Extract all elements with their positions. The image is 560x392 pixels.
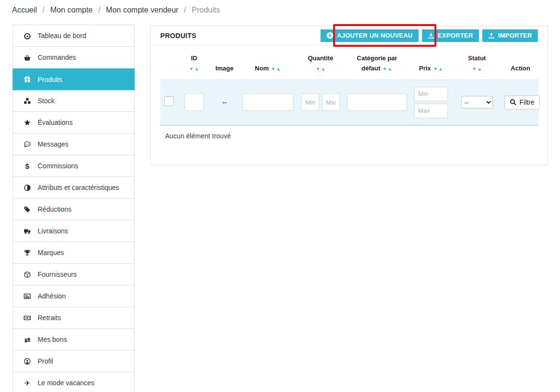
upload-icon (488, 32, 495, 39)
download-icon (428, 32, 434, 39)
sort-asc-icon: ▲ (438, 67, 443, 71)
sidebar-item-messages[interactable]: Messages (13, 134, 134, 155)
sidebar-item-label: Livraisons (38, 227, 68, 235)
sidebar-item-mode-vacances[interactable]: ✈ Le mode vacances (13, 372, 134, 392)
sidebar-item-marques[interactable]: Marques (13, 242, 134, 264)
column-header-quantite: Quantité▼▲ (297, 54, 344, 80)
money-icon (23, 314, 31, 322)
truck-icon (23, 228, 31, 235)
box-icon (23, 271, 31, 278)
sidebar-item-commissions[interactable]: $ Commissions (13, 155, 134, 177)
filter-qty-min-input[interactable] (301, 94, 319, 111)
sidebar-item-label: Évaluations (38, 119, 72, 126)
column-header-checkbox (160, 54, 178, 80)
filter-id-input[interactable] (184, 94, 204, 111)
sidebar-item-produits[interactable]: Produits (13, 68, 135, 90)
sidebar-item-attributs[interactable]: Attributs et caractéristiques (13, 177, 134, 199)
column-header-nom: Nom ▼▲ (238, 54, 297, 80)
sort-icons[interactable]: ▼▲ (270, 65, 281, 72)
column-header-image: Image (210, 54, 238, 80)
breadcrumb-accueil[interactable]: Accueil (12, 6, 37, 14)
sidebar-item-label: Messages (38, 140, 69, 148)
sort-icons[interactable]: ▼▲ (433, 65, 443, 72)
tag-icon (23, 206, 31, 213)
sort-desc-icon: ▼ (189, 67, 194, 71)
filter-qty-max-input[interactable] (322, 94, 340, 111)
sidebar-item-adhesion[interactable]: Adhésion (13, 285, 134, 307)
column-header-statut: Statut▼▲ (452, 54, 502, 80)
import-button-label: IMPORTER (498, 32, 532, 39)
sort-desc-icon: ▼ (316, 67, 320, 71)
membership-card-icon (23, 293, 31, 300)
exchange-icon: ⇄ (23, 336, 31, 343)
sidebar-item-label: Tableau de bord (38, 32, 86, 40)
sidebar-item-livraisons[interactable]: Livraisons (13, 220, 134, 242)
sidebar-item-fournisseurs[interactable]: Fournisseurs (13, 264, 134, 285)
sidebar-item-reductions[interactable]: Réductions (13, 199, 134, 220)
filter-categorie-input[interactable] (347, 94, 407, 111)
sort-icons[interactable]: ▼▲ (382, 65, 392, 72)
page-title: PRODUITS (160, 32, 196, 40)
filter-button[interactable]: Filtre (504, 95, 540, 109)
column-header-id: ID▼▲ (178, 54, 210, 80)
plus-circle-icon (326, 32, 334, 39)
sidebar-item-profil[interactable]: Profil (13, 351, 134, 372)
sidebar-item-stock[interactable]: Stock (13, 90, 134, 112)
breadcrumb-separator: / (95, 6, 103, 14)
export-button-label: EXPORTER (438, 32, 473, 39)
seller-sidebar: Tableau de bord Commandes Produits Stock… (13, 25, 135, 392)
search-icon (510, 99, 517, 106)
filter-prix-max-input[interactable] (414, 104, 448, 118)
import-button[interactable]: IMPORTER (482, 29, 538, 42)
sort-asc-icon: ▲ (388, 67, 392, 71)
sidebar-item-label: Profil (38, 357, 53, 365)
gift-icon (23, 76, 31, 83)
user-icon (23, 358, 31, 365)
sidebar-item-commandes[interactable]: Commandes (13, 47, 134, 68)
sidebar-item-label: Stock (38, 97, 55, 105)
empty-state-message: Aucun élément trouvé (160, 126, 538, 140)
sort-icons[interactable]: ▼▲ (315, 65, 326, 72)
plane-icon: ✈ (23, 379, 31, 387)
sidebar-item-tableau-de-bord[interactable]: Tableau de bord (13, 25, 134, 47)
sidebar-item-evaluations[interactable]: Évaluations (13, 112, 134, 134)
filter-select-all-checkbox[interactable] (164, 96, 174, 106)
sidebar-item-label: Adhésion (38, 292, 66, 300)
export-button[interactable]: EXPORTER (422, 29, 479, 42)
trophy-icon (23, 249, 31, 257)
filter-statut-select[interactable]: -- (461, 96, 493, 108)
sort-desc-icon: ▼ (472, 67, 476, 71)
sidebar-item-label: Le mode vacances (38, 379, 95, 387)
sort-asc-icon: ▲ (321, 67, 325, 71)
sort-asc-icon: ▲ (195, 67, 199, 71)
comment-icon (23, 141, 31, 148)
breadcrumb-mon-compte-vendeur[interactable]: Mon compte vendeur (106, 6, 178, 14)
breadcrumb: Accueil / Mon compte / Mon compte vendeu… (12, 6, 220, 14)
products-table: ID▼▲ Image Nom ▼▲ Quantité▼▲ Catégorie p… (160, 54, 539, 126)
sidebar-item-label: Marques (38, 249, 64, 257)
dollar-icon: $ (23, 162, 31, 170)
sidebar-item-label: Retraits (38, 314, 61, 322)
table-header-row: ID▼▲ Image Nom ▼▲ Quantité▼▲ Catégorie p… (160, 54, 539, 80)
sidebar-item-retraits[interactable]: Retraits (13, 307, 134, 329)
filter-row: -- (160, 80, 539, 125)
sidebar-item-label: Attributs et caractéristiques (38, 184, 119, 191)
sort-desc-icon: ▼ (271, 67, 275, 71)
sort-icons[interactable]: ▼▲ (189, 65, 199, 72)
star-icon (23, 119, 31, 126)
dashboard-icon (23, 32, 31, 40)
filter-nom-input[interactable] (242, 94, 294, 111)
add-new-button[interactable]: AJOUTER UN NOUVEAU (321, 29, 419, 42)
sidebar-item-label: Fournisseurs (38, 270, 77, 278)
breadcrumb-separator: / (39, 6, 48, 14)
sort-icons[interactable]: ▼▲ (472, 65, 482, 72)
filter-prix-min-input[interactable] (414, 87, 448, 101)
column-header-prix: Prix ▼▲ (410, 54, 452, 80)
shopping-basket-icon (23, 54, 31, 61)
sidebar-item-mes-bons[interactable]: ⇄ Mes bons (13, 329, 134, 351)
sidebar-item-label: Commandes (38, 54, 76, 61)
sort-desc-icon: ▼ (382, 67, 387, 71)
sort-asc-icon: ▲ (276, 67, 280, 71)
sidebar-item-label: Réductions (38, 205, 71, 213)
breadcrumb-mon-compte[interactable]: Mon compte (50, 6, 93, 14)
